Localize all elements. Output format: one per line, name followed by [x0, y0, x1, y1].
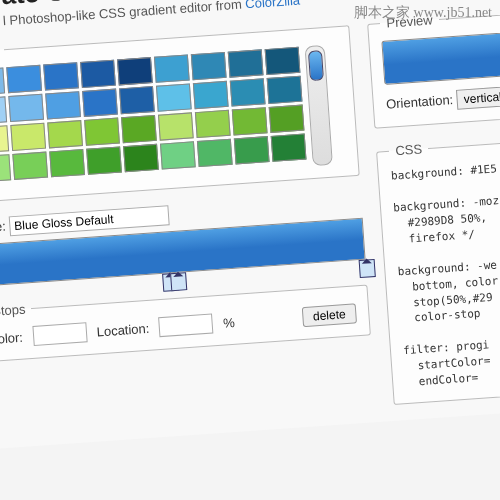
location-label: Location: — [96, 320, 150, 339]
preset-swatch[interactable] — [193, 81, 229, 109]
preset-swatch[interactable] — [43, 62, 79, 90]
delete-button[interactable]: delete — [301, 303, 357, 327]
preset-swatch[interactable] — [228, 49, 264, 77]
color-label: Color: — [0, 329, 23, 346]
preset-swatch[interactable] — [154, 54, 190, 82]
preset-swatch[interactable] — [49, 149, 85, 177]
preset-swatch[interactable] — [10, 123, 46, 151]
preset-swatch[interactable] — [230, 78, 266, 106]
preset-swatch[interactable] — [8, 94, 44, 122]
preset-swatch[interactable] — [0, 96, 7, 124]
scrollbar-thumb[interactable] — [308, 50, 324, 81]
preview-swatch — [382, 23, 500, 84]
preset-swatch[interactable] — [234, 136, 270, 164]
percent-sign: % — [223, 314, 236, 330]
preset-swatch[interactable] — [47, 120, 83, 148]
colorzilla-link[interactable]: ColorZilla — [245, 0, 301, 11]
presets-legend: sets — [0, 42, 4, 59]
css-legend: CSS — [389, 141, 429, 159]
presets-scrollbar[interactable] — [305, 45, 333, 166]
preset-swatch[interactable] — [12, 152, 48, 180]
gradient-stop[interactable] — [170, 272, 187, 291]
preset-swatch[interactable] — [160, 141, 196, 169]
css-output[interactable]: background: #1E5 background: -moz #2989D… — [391, 151, 500, 391]
preset-swatch[interactable] — [269, 105, 305, 133]
preset-swatch[interactable] — [156, 83, 192, 111]
preset-swatch[interactable] — [197, 139, 233, 167]
preset-swatch[interactable] — [0, 125, 9, 153]
preset-swatch[interactable] — [80, 60, 116, 88]
preset-swatch[interactable] — [82, 89, 118, 117]
preset-swatch[interactable] — [117, 57, 153, 85]
preset-swatch[interactable] — [86, 146, 122, 174]
location-input[interactable] — [159, 313, 214, 337]
name-label: Name: — [0, 219, 6, 237]
presets-panel: sets — [0, 18, 360, 203]
color-input[interactable] — [32, 322, 87, 346]
css-panel: CSS background: #1E5 background: -moz #2… — [376, 125, 500, 405]
name-input[interactable] — [9, 205, 170, 236]
preset-swatch[interactable] — [271, 134, 307, 162]
preset-swatch[interactable] — [121, 115, 157, 143]
orientation-select[interactable]: vertical — [456, 85, 500, 109]
preset-swatch[interactable] — [232, 107, 268, 135]
preset-swatch[interactable] — [0, 67, 5, 95]
stops-legend: Stops — [0, 301, 32, 319]
preset-swatch[interactable] — [267, 76, 303, 104]
preset-swatch[interactable] — [0, 154, 11, 182]
preset-swatch[interactable] — [195, 110, 231, 138]
site-watermark: 脚本之家 www.jb51.net — [354, 4, 492, 22]
preset-swatch[interactable] — [123, 144, 159, 172]
preset-swatch[interactable] — [265, 47, 301, 75]
orientation-label: Orientation: — [386, 92, 454, 112]
preset-swatch[interactable] — [84, 118, 120, 146]
preset-swatch[interactable] — [191, 52, 227, 80]
gradient-stop[interactable] — [359, 259, 376, 278]
preset-swatch[interactable] — [158, 112, 194, 140]
preset-swatch[interactable] — [45, 91, 81, 119]
preset-swatch[interactable] — [6, 65, 42, 93]
preset-swatch[interactable] — [119, 86, 155, 114]
